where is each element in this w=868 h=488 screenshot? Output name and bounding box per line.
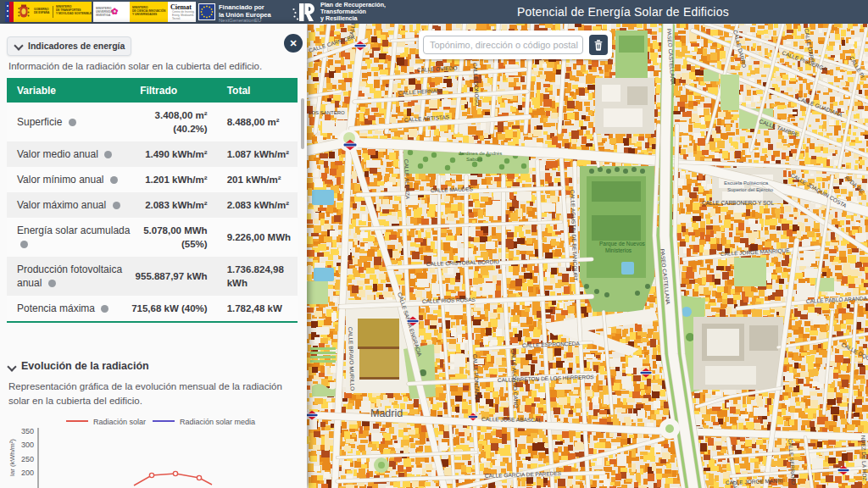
svg-text:Ministerios: Ministerios <box>605 247 632 253</box>
svg-text:LOS SANTERO: LOS SANTERO <box>309 110 345 115</box>
svg-text:lar (kWh/m²): lar (kWh/m²) <box>8 439 16 476</box>
svg-text:Superior del Ejército: Superior del Ejército <box>727 187 774 192</box>
svg-text:350: 350 <box>21 427 34 435</box>
svg-text:300: 300 <box>21 441 34 449</box>
svg-text:Escuela Politécnica: Escuela Politécnica <box>724 180 769 186</box>
svg-text:CALLE JOSE ABASCAL: CALLE JOSE ABASCAL <box>481 416 542 423</box>
svg-text:CALLE CARBONERO Y SOL: CALLE CARBONERO Y SOL <box>702 200 774 206</box>
svg-text:Madrid: Madrid <box>370 408 403 419</box>
svg-text:Parque de Nuevos: Parque de Nuevos <box>599 241 646 247</box>
svg-text:200: 200 <box>21 469 34 477</box>
svg-text:Jardines de Andrés: Jardines de Andrés <box>459 151 502 156</box>
svg-text:250: 250 <box>21 455 34 463</box>
svg-text:Saborit: Saborit <box>466 157 482 162</box>
